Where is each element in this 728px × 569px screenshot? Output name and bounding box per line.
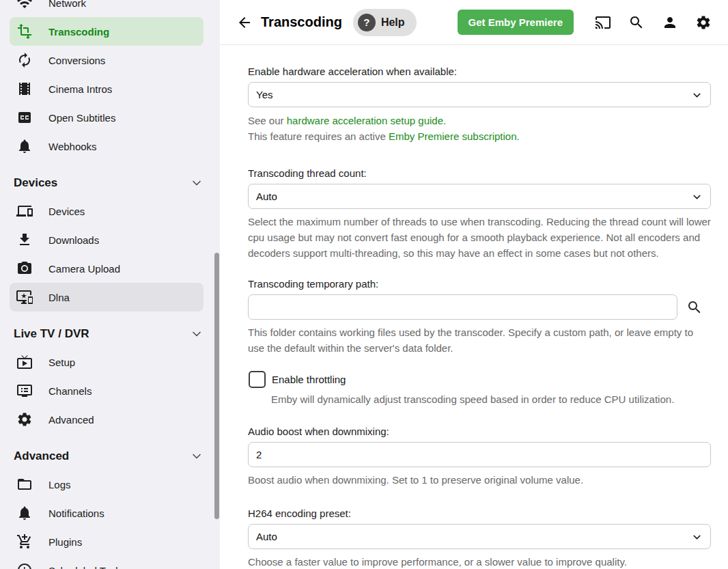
throttling-label: Enable throttling — [272, 374, 346, 385]
sidebar-item-label: Camera Upload — [48, 263, 120, 275]
h264-preset-value: Auto — [256, 531, 277, 542]
premiere-subscription-link[interactable]: Emby Premiere subscription — [389, 130, 517, 142]
audio-boost-desc: Boost audio when downmixing. Set to 1 to… — [248, 472, 711, 488]
sidebar-item-label: Advanced — [48, 414, 94, 426]
sidebar-item-setup[interactable]: Setup — [10, 348, 204, 376]
hw-accel-select[interactable]: Yes — [248, 82, 711, 107]
thread-count-select[interactable]: Auto — [248, 184, 711, 209]
sidebar-scrollbar[interactable] — [214, 253, 219, 519]
hw-accel-help1: See our hardware acceleration setup guid… — [248, 113, 711, 128]
cast-icon[interactable] — [595, 14, 611, 31]
wifi-icon — [16, 0, 33, 11]
thread-count-value: Auto — [256, 191, 277, 202]
sidebar-item-open-subtitles[interactable]: Open Subtitles — [10, 103, 204, 132]
sidebar-item-camera-upload[interactable]: Camera Upload — [10, 254, 204, 283]
sidebar-item-network[interactable]: Network — [10, 0, 204, 17]
theaters-icon — [16, 81, 33, 97]
help-button[interactable]: ? Help — [353, 9, 417, 36]
sidebar-section-advanced[interactable]: Advanced — [14, 443, 204, 470]
sidebar-item-label: Logs — [48, 479, 71, 490]
sidebar-item-webhooks[interactable]: Webhooks — [10, 132, 204, 161]
section-title: Devices — [14, 176, 57, 190]
section-title: Live TV / DVR — [14, 327, 89, 341]
h264-preset-label: H264 encoding preset: — [248, 508, 711, 519]
sidebar-item-plugins[interactable]: Plugins — [10, 527, 204, 556]
sidebar-item-dlna[interactable]: Dlna — [10, 283, 204, 311]
sidebar-item-notifications[interactable]: Notifications — [10, 499, 204, 527]
sidebar-item-transcoding[interactable]: Transcoding — [10, 17, 204, 46]
hw-accel-value: Yes — [256, 89, 272, 100]
live-tv-icon — [16, 354, 33, 370]
field-throttling: Enable throttling Emby will dynamically … — [248, 371, 711, 407]
field-temp-path: Transcoding temporary path: This folder … — [248, 278, 711, 356]
sidebar-item-label: Webhooks — [48, 141, 97, 152]
gear-icon — [16, 411, 33, 428]
sidebar-item-logs[interactable]: Logs — [10, 470, 204, 499]
sidebar-item-label: Transcoding — [48, 26, 109, 38]
help-icon: ? — [358, 14, 376, 31]
sidebar-item-label: Devices — [48, 206, 85, 217]
devices-icon — [16, 203, 33, 219]
thread-count-desc: Select the maximum number of threads to … — [248, 214, 711, 261]
closed-caption-icon — [16, 109, 33, 126]
temp-path-input[interactable] — [248, 294, 677, 320]
sidebar: Network Transcoding Conversions Cinema I… — [0, 0, 220, 569]
transcoding-form: Enable hardware acceleration when availa… — [220, 45, 728, 569]
field-thread-count: Transcoding thread count: Auto Select th… — [248, 167, 711, 261]
field-audio-boost: Audio boost when downmixing: Boost audio… — [248, 426, 711, 488]
help-label: Help — [381, 16, 405, 29]
sidebar-item-label: Open Subtitles — [48, 112, 115, 124]
throttling-desc: Emby will dynamically adjust transcoding… — [271, 391, 681, 407]
chevron-down-icon — [691, 531, 703, 543]
temp-path-desc: This folder contains working files used … — [248, 324, 711, 356]
chevron-down-icon — [190, 449, 204, 463]
bell-icon — [16, 138, 33, 154]
sidebar-item-label: Conversions — [48, 55, 105, 66]
audio-boost-input[interactable] — [248, 442, 711, 467]
user-icon[interactable] — [662, 14, 678, 31]
section-title: Advanced — [14, 449, 69, 463]
hw-accel-label: Enable hardware acceleration when availa… — [248, 66, 711, 77]
browse-search-icon[interactable] — [686, 299, 703, 316]
camera-icon — [16, 260, 33, 277]
dvr-icon — [16, 383, 33, 399]
sidebar-item-devices[interactable]: Devices — [10, 197, 204, 225]
sidebar-item-label: Channels — [48, 385, 92, 397]
h264-preset-select[interactable]: Auto — [248, 524, 711, 549]
chevron-down-icon — [691, 89, 703, 101]
important-devices-icon — [16, 289, 33, 305]
sync-icon — [16, 52, 33, 68]
h264-preset-desc: Choose a faster value to improve perform… — [248, 554, 711, 569]
transcode-icon — [16, 23, 33, 40]
sidebar-item-label: Notifications — [48, 508, 104, 519]
sidebar-item-label: Setup — [48, 357, 75, 368]
bell-icon — [16, 505, 33, 521]
sidebar-item-cinema-intros[interactable]: Cinema Intros — [10, 74, 204, 103]
hw-accel-help2: This feature requires an active Emby Pre… — [248, 128, 711, 144]
sidebar-item-channels[interactable]: Channels — [10, 376, 204, 405]
sidebar-item-livetv-advanced[interactable]: Advanced — [10, 405, 204, 434]
app-header: Transcoding ? Help Get Emby Premiere — [220, 0, 728, 45]
sidebar-item-downloads[interactable]: Downloads — [10, 225, 204, 254]
gear-icon[interactable] — [695, 14, 712, 31]
sidebar-section-devices[interactable]: Devices — [14, 169, 204, 197]
sidebar-item-scheduled-tasks[interactable]: Scheduled Tasks — [10, 556, 204, 569]
sidebar-item-label: Scheduled Tasks — [48, 565, 126, 569]
back-arrow-icon[interactable] — [236, 14, 253, 31]
field-h264-preset: H264 encoding preset: Auto Choose a fast… — [248, 508, 711, 569]
chevron-down-icon — [190, 176, 204, 190]
hw-accel-guide-link[interactable]: hardware acceleration setup guide — [287, 115, 443, 126]
sidebar-item-label: Network — [48, 0, 86, 9]
field-hw-accel: Enable hardware acceleration when availa… — [248, 66, 711, 144]
sidebar-item-label: Cinema Intros — [48, 83, 112, 95]
sidebar-section-live-tv[interactable]: Live TV / DVR — [14, 320, 204, 348]
search-icon[interactable] — [628, 14, 645, 31]
sidebar-item-conversions[interactable]: Conversions — [10, 46, 204, 74]
throttling-checkbox[interactable] — [249, 371, 266, 388]
download-icon — [16, 232, 33, 248]
clock-icon — [16, 562, 33, 569]
chevron-down-icon — [691, 191, 703, 203]
get-emby-premiere-button[interactable]: Get Emby Premiere — [458, 10, 574, 35]
sidebar-item-label: Dlna — [48, 292, 70, 303]
folder-icon — [16, 476, 33, 492]
